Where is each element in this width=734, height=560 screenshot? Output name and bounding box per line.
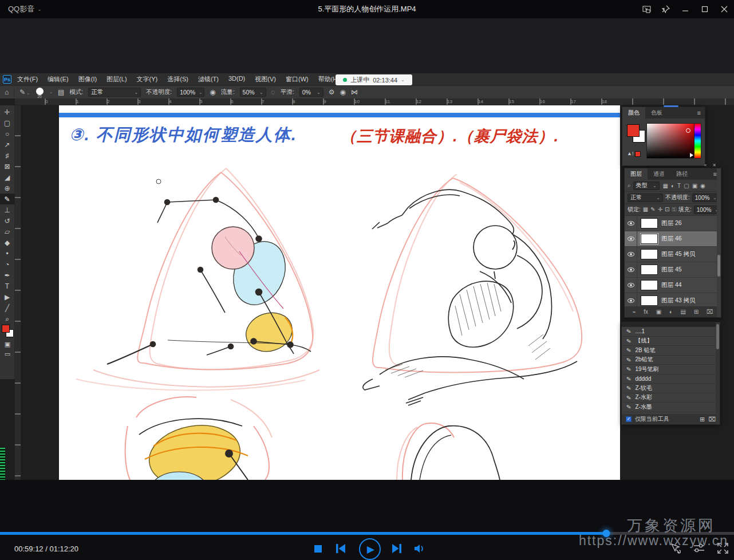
brush-name: ....1 (635, 328, 645, 334)
layer-mask-icon: ▣ (656, 309, 661, 315)
lock-position-icon: ✛ (658, 206, 662, 213)
ruler-number: 13 (446, 98, 477, 105)
video-frame[interactable]: Ps 文件(F)编辑(E)图像(I)图层(L)文字(Y)选择(S)滤镜(T)3D… (0, 73, 734, 480)
brush-icon: ✎ (626, 385, 632, 392)
right-figure-sketch (363, 190, 577, 405)
symmetry-icon: ⋈ (351, 88, 358, 96)
brush-row: ✎ ddddd (622, 374, 720, 384)
dodge-tool-icon: ◔ (5, 261, 9, 269)
ps-menu-items: 文件(F)编辑(E)图像(I)图层(L)文字(Y)选择(S)滤镜(T)3D(D)… (17, 75, 340, 84)
layer-name: 图层 44 (661, 281, 682, 289)
brush-row: ✎ 19号笔刷 (622, 365, 720, 374)
brushes-panel-header (622, 322, 720, 327)
filter-pin-icon: ◉ (700, 183, 705, 189)
ps-menu-item: 选择(S) (167, 75, 188, 84)
toolbar-bottom: ▣ ▭ (0, 323, 15, 358)
close-button[interactable] (715, 0, 734, 18)
pin-button[interactable] (656, 0, 676, 18)
layers-footer: ⌁fx▣◐▤⊞⌧ (625, 306, 721, 317)
volume-icon (413, 543, 426, 554)
brush-name: ddddd (635, 376, 651, 382)
lasso-tool-icon: ○ (5, 130, 9, 138)
brushes-scrollbar (716, 322, 720, 424)
ps-menu-item: 视图(V) (255, 75, 276, 84)
brushes-panel: ✎ ....1 ✎ 【线】 ✎ 2B 铅笔 (621, 322, 720, 425)
quick-select-tool-icon: ↗ (4, 141, 10, 149)
brush-name: 2B 铅笔 (635, 346, 655, 354)
eye-icon (628, 298, 634, 303)
eye-icon (628, 267, 634, 272)
ruler-number: 6 (230, 98, 261, 105)
ruler-number: 14 (477, 98, 508, 105)
new-layer-icon: ⊞ (694, 309, 699, 315)
brush-icon: ✎ (626, 394, 632, 401)
blend-mode-row: 正常⌄ 不透明度: 100%⌄ (625, 192, 721, 204)
next-icon (391, 543, 402, 554)
layers-scrollbar (717, 168, 721, 317)
brush-tip-preview: 20 (35, 88, 44, 97)
eraser-tool-icon: ▱ (5, 228, 10, 236)
ps-menu-item: 编辑(E) (48, 75, 69, 84)
next-button[interactable] (391, 543, 402, 554)
layer-name: 图层 26 (661, 219, 682, 227)
layer-thumbnail (641, 265, 658, 275)
play-button[interactable]: ▶ (359, 538, 381, 560)
maximize-button[interactable] (695, 0, 715, 18)
ruler-number: 8 (291, 98, 322, 105)
brush-list: ✎ ....1 ✎ 【线】 ✎ 2B 铅笔 (622, 327, 720, 414)
brush-row: ✎ 2b铅笔 (622, 356, 720, 365)
brush-name: 19号笔刷 (635, 365, 658, 373)
color-swatches (1, 325, 14, 338)
stop-button[interactable] (314, 545, 322, 553)
play-icon: ▶ (367, 543, 374, 555)
lock-artboard-icon: ⊡ (665, 206, 669, 213)
app-menu-button[interactable]: QQ影音 ⌄ (0, 4, 42, 14)
ruler-number: 5 (199, 98, 230, 105)
frame-tool-icon: ⊠ (4, 163, 10, 171)
brush-row: ✎ Z-软毛 (622, 384, 720, 393)
lock-row: 锁定: ▦✎✛⊡⚿ 填充: 100%⌄ (625, 204, 721, 216)
ps-canvas: ③. 不同形状中如何塑造人体. （三节课融合）.（裹尸袋法）. (59, 105, 620, 480)
lock-all-icon: ⚿ (672, 206, 676, 213)
screen-mode-icon: ▭ (5, 350, 10, 358)
brush-row: ✎ 2B 铅笔 (622, 346, 720, 356)
tab-paths: 路径 (670, 168, 693, 180)
brush-icon: ✎ (626, 366, 632, 373)
layer-filter-row: ⌕ 类型⌄ ▦◐T▢▣◉ (625, 180, 721, 192)
layer-thumbnail (641, 249, 658, 259)
ruler-number: 15 (508, 98, 539, 105)
ruler-number: 4 (168, 98, 199, 105)
foreground-color-swatch (2, 325, 10, 333)
ruler-number: 3 (137, 98, 168, 105)
brush-icon: ✎ (626, 404, 632, 411)
brush-icon: ✎ (626, 337, 632, 344)
canvas-drawing (59, 105, 620, 480)
brush-tool-preset-icon: ✎ ⌄ (19, 88, 30, 96)
chevron-down-icon: ⌄ (401, 77, 405, 82)
ruler-number: 0 (44, 98, 75, 105)
minimize-icon (682, 6, 689, 13)
brush-icon: ✎ (626, 347, 632, 354)
stop-icon (314, 545, 322, 553)
previous-button[interactable] (335, 543, 346, 554)
volume-button[interactable] (413, 543, 426, 554)
mode-select: 正常⌄ (88, 88, 141, 97)
ruler-number: 11 (384, 98, 415, 105)
mode-label: 模式: (69, 88, 83, 96)
qq-player-window: QQ影音 ⌄ 5.平面形的人物创作运用.MP4 (0, 0, 734, 560)
eye-icon (628, 252, 634, 257)
link-layers-icon: ⌁ (633, 309, 636, 315)
bottom-right-figure (397, 423, 500, 480)
brush-name: Z-水彩 (635, 393, 652, 401)
brush-row: ✎ Z-水墨 (622, 403, 720, 412)
mini-mode-button[interactable] (637, 0, 656, 18)
ruler-number: 7 (261, 98, 291, 105)
eye-icon (628, 221, 634, 226)
canvas-heading-blue: ③. 不同形状中如何塑造人体. (69, 124, 297, 147)
layer-name: 图层 45 (661, 266, 682, 274)
ruler-numbers: 0123456789101112131415161718 (44, 98, 632, 105)
ruler-number: 12 (415, 98, 446, 105)
video-title: 5.平面形的人物创作运用.MP4 (0, 4, 734, 14)
minimize-button[interactable] (676, 0, 695, 18)
ruler-number: 17 (570, 98, 601, 105)
